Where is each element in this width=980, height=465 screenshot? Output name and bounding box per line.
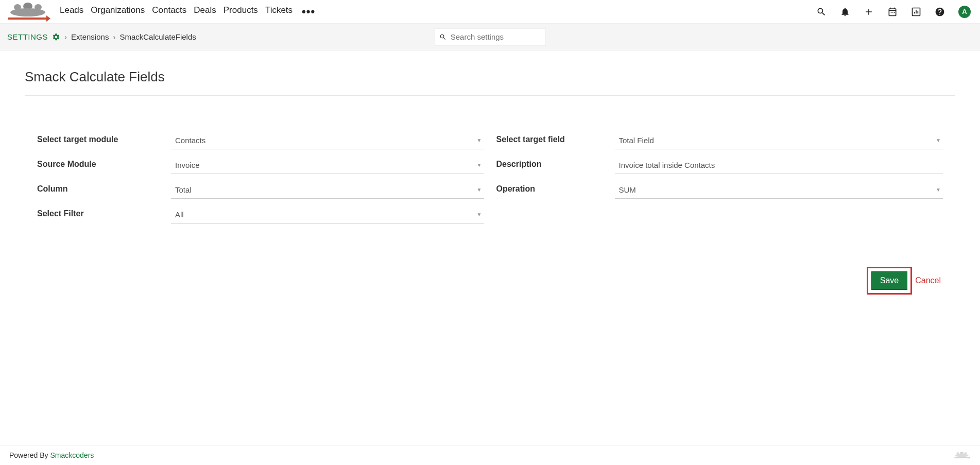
form-area: Select target module Contacts ▼ Source M… <box>25 132 955 231</box>
breadcrumb-current: SmackCalculateFields <box>119 32 196 41</box>
breadcrumb-settings[interactable]: SETTINGS <box>7 32 48 41</box>
avatar[interactable]: A <box>958 6 971 18</box>
chevron-down-icon: ▼ <box>936 137 941 143</box>
sub-bar: SETTINGS › Extensions › SmackCalculateFi… <box>0 24 980 50</box>
chevron-down-icon: ▼ <box>936 187 941 193</box>
target-field-label: Select target field <box>496 132 615 144</box>
target-module-label: Select target module <box>37 132 171 144</box>
breadcrumb-extensions[interactable]: Extensions <box>71 32 109 41</box>
save-highlight: Save <box>867 267 912 295</box>
nav-tickets[interactable]: Tickets <box>265 5 293 19</box>
breadcrumb: SETTINGS › Extensions › SmackCalculateFi… <box>7 32 196 41</box>
help-icon[interactable] <box>935 7 945 17</box>
filter-value: All <box>171 210 184 219</box>
svg-point-3 <box>10 8 45 16</box>
gear-icon[interactable] <box>52 33 60 41</box>
form-actions: Save Cancel <box>25 267 955 295</box>
chevron-down-icon: ▼ <box>477 187 482 193</box>
breadcrumb-sep1: › <box>64 32 67 41</box>
breadcrumb-sep2: › <box>113 32 115 41</box>
plus-icon[interactable] <box>864 7 874 17</box>
main: Smack Calculate Fields Select target mod… <box>0 50 980 295</box>
filter-label: Select Filter <box>37 206 171 218</box>
save-button[interactable]: Save <box>871 271 907 290</box>
description-input[interactable] <box>615 157 943 174</box>
search-input[interactable] <box>451 32 541 41</box>
calendar-icon[interactable] <box>887 7 898 17</box>
nav-contacts[interactable]: Contacts <box>152 5 186 19</box>
nav-products[interactable]: Products <box>223 5 258 19</box>
target-field-value: Total Field <box>615 136 654 145</box>
nav-organizations[interactable]: Organizations <box>91 5 145 19</box>
column-value: Total <box>171 185 192 194</box>
logo[interactable] <box>4 2 53 22</box>
chevron-down-icon: ▼ <box>477 137 482 143</box>
chart-icon[interactable] <box>911 7 921 17</box>
chevron-down-icon: ▼ <box>477 212 482 217</box>
description-label: Description <box>496 157 615 169</box>
source-module-select[interactable]: Invoice ▼ <box>171 157 484 174</box>
operation-select[interactable]: SUM ▼ <box>615 181 943 199</box>
bell-icon[interactable] <box>840 7 850 17</box>
nav-deals[interactable]: Deals <box>194 5 216 19</box>
chevron-down-icon: ▼ <box>477 162 482 168</box>
search-icon[interactable] <box>816 7 827 17</box>
cancel-link[interactable]: Cancel <box>915 276 941 285</box>
nav-leads[interactable]: Leads <box>60 5 83 19</box>
top-icons: A <box>816 6 969 18</box>
filter-select[interactable]: All ▼ <box>171 206 484 223</box>
source-module-label: Source Module <box>37 157 171 169</box>
target-module-value: Contacts <box>171 136 205 145</box>
column-select[interactable]: Total ▼ <box>171 181 484 199</box>
nav-more-icon[interactable]: ••• <box>302 5 315 19</box>
operation-label: Operation <box>496 181 615 194</box>
target-field-select[interactable]: Total Field ▼ <box>615 132 943 149</box>
source-module-value: Invoice <box>171 161 200 169</box>
search-icon-small <box>439 33 446 41</box>
svg-marker-5 <box>46 15 50 22</box>
svg-rect-4 <box>8 18 46 20</box>
column-label: Column <box>37 181 171 194</box>
right-column: Select target field Total Field ▼ Descri… <box>496 132 956 231</box>
target-module-select[interactable]: Contacts ▼ <box>171 132 484 149</box>
operation-value: SUM <box>615 185 636 194</box>
nav-items: Leads Organizations Contacts Deals Produ… <box>60 5 315 19</box>
page-title: Smack Calculate Fields <box>25 69 955 96</box>
search-settings[interactable] <box>435 28 546 46</box>
left-column: Select target module Contacts ▼ Source M… <box>37 132 496 231</box>
top-nav: Leads Organizations Contacts Deals Produ… <box>0 0 980 24</box>
